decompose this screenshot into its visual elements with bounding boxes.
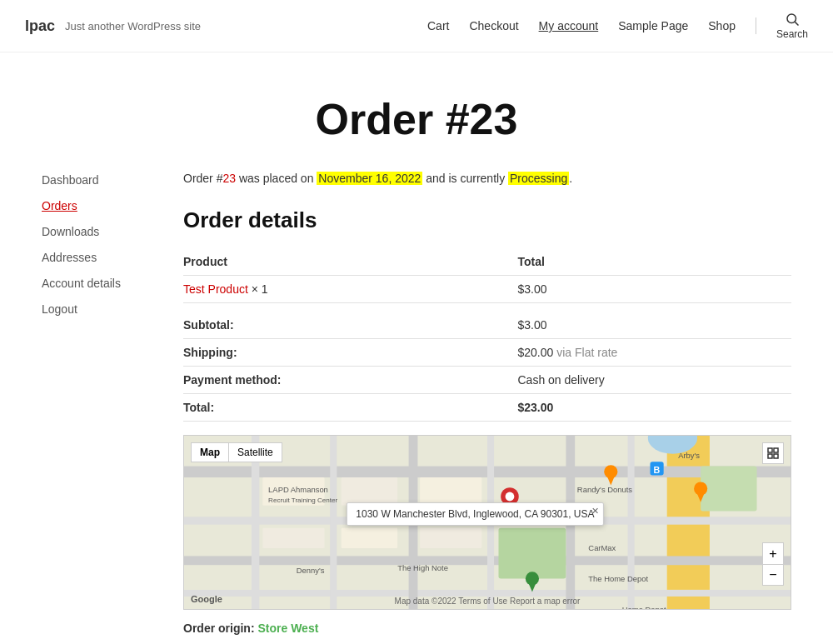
payment-value: Cash on delivery (518, 373, 792, 387)
order-origin-label: Order origin: (183, 622, 257, 635)
order-status-end: . (569, 172, 572, 185)
svg-text:CarMax: CarMax (588, 543, 616, 552)
total-label: Total: (183, 401, 518, 414)
map-container: LAPD Ahmanson Recruit Training Center Ra… (183, 435, 791, 610)
sidebar-item-logout[interactable]: Logout (42, 302, 150, 316)
search-label: Search (776, 28, 808, 40)
svg-rect-15 (498, 528, 566, 579)
nav-sample-page[interactable]: Sample Page (618, 19, 688, 32)
map-expand-button[interactable] (762, 442, 784, 464)
map-zoom-controls: + − (762, 542, 784, 586)
order-date: November 16, 2022 (317, 172, 422, 185)
content-area: Order #23 was placed on November 16, 202… (183, 169, 791, 635)
svg-text:Home Depot: Home Depot (622, 605, 666, 609)
nav-shop[interactable]: Shop (708, 19, 736, 32)
order-status-prefix: Order # (183, 172, 222, 185)
svg-rect-49 (768, 454, 772, 458)
sidebar-nav: Dashboard Orders Downloads Addresses Acc… (42, 172, 150, 316)
order-origin: Order origin: Store West (183, 622, 791, 635)
order-product-row: Test Product × 1 $3.00 (183, 276, 791, 303)
site-logo[interactable]: lpac (25, 17, 55, 35)
shipping-row: Shipping: $20.00 via Flat rate (183, 339, 791, 367)
nav-my-account[interactable]: My account (539, 19, 599, 32)
sidebar-item-orders[interactable]: Orders (42, 198, 150, 212)
col-product: Product (183, 248, 518, 276)
svg-point-26 (506, 492, 515, 502)
map-btn-satellite[interactable]: Satellite (228, 442, 282, 462)
shipping-value: $20.00 via Flat rate (518, 346, 792, 359)
svg-text:Denny's: Denny's (297, 566, 325, 575)
subtotal-label: Subtotal: (183, 318, 518, 332)
svg-text:The High Note: The High Note (397, 563, 448, 572)
total-row: Total: $23.00 (183, 394, 791, 422)
order-origin-store[interactable]: Store West (257, 622, 318, 635)
map-popup-close[interactable]: ✕ (591, 506, 599, 517)
sidebar-item-downloads[interactable]: Downloads (42, 224, 150, 238)
search-icon (785, 12, 800, 27)
map-address-text: 1030 W Manchester Blvd, Inglewood, CA 90… (356, 508, 594, 520)
google-logo: Google (191, 594, 222, 604)
total-value: $23.00 (518, 401, 792, 414)
page-title: Order #23 (17, 94, 816, 144)
svg-rect-48 (774, 448, 778, 452)
col-total: Total (518, 248, 792, 276)
nav-divider (756, 17, 756, 34)
svg-line-1 (795, 22, 798, 25)
map-attribution: Map data ©2022 Terms of Use Report a map… (395, 597, 581, 606)
main-nav: Cart Checkout My account Sample Page Sho… (427, 12, 808, 40)
sidebar-item-dashboard[interactable]: Dashboard (42, 172, 150, 187)
order-status-badge: Processing (508, 172, 569, 185)
order-status-suffix: and is currently (422, 172, 508, 185)
shipping-label: Shipping: (183, 346, 518, 359)
sidebar-item-account-details[interactable]: Account details (42, 276, 150, 290)
product-link[interactable]: Test Product (183, 282, 248, 296)
product-total: $3.00 (518, 276, 792, 303)
svg-rect-20 (420, 477, 481, 506)
map-btn-map[interactable]: Map (191, 442, 228, 462)
svg-text:B: B (654, 465, 661, 475)
map-address-popup: ✕ 1030 W Manchester Blvd, Inglewood, CA … (347, 502, 603, 526)
subtotal-row: Subtotal: $3.00 (183, 312, 791, 339)
zoom-in-button[interactable]: + (762, 542, 784, 564)
order-status-mid: was placed on (236, 172, 317, 185)
payment-label: Payment method: (183, 373, 518, 387)
svg-text:Arby's: Arby's (678, 452, 700, 461)
map-controls: Map Satellite (191, 442, 282, 462)
main-container: Dashboard Orders Downloads Addresses Acc… (17, 169, 816, 644)
zoom-out-button[interactable]: − (762, 564, 784, 586)
svg-rect-22 (342, 528, 397, 548)
svg-point-0 (787, 14, 796, 23)
product-cell: Test Product × 1 (183, 276, 518, 303)
svg-text:LAPD Ahmanson: LAPD Ahmanson (268, 485, 328, 494)
search-button[interactable]: Search (776, 12, 808, 40)
svg-rect-19 (342, 477, 397, 506)
order-status-text: Order #23 was placed on November 16, 202… (183, 169, 791, 187)
svg-text:Recruit Training Center: Recruit Training Center (268, 497, 337, 504)
site-header: lpac Just another WordPress site Cart Ch… (0, 0, 833, 52)
svg-text:Randy's Donuts: Randy's Donuts (577, 485, 633, 494)
svg-text:The Home Depot: The Home Depot (588, 575, 648, 584)
page-title-section: Order #23 (0, 52, 833, 169)
svg-rect-16 (701, 467, 756, 512)
svg-rect-10 (330, 436, 337, 609)
svg-rect-21 (262, 528, 324, 548)
svg-rect-50 (774, 454, 778, 458)
payment-row: Payment method: Cash on delivery (183, 367, 791, 394)
svg-rect-47 (768, 448, 772, 452)
sidebar: Dashboard Orders Downloads Addresses Acc… (42, 169, 150, 635)
product-qty: × 1 (248, 282, 268, 296)
site-tagline: Just another WordPress site (65, 20, 201, 32)
svg-rect-23 (420, 528, 481, 548)
order-table: Product Total Test Product × 1 $3.00 (183, 248, 791, 303)
nav-cart[interactable]: Cart (427, 19, 449, 32)
nav-checkout[interactable]: Checkout (469, 19, 518, 32)
subtotal-value: $3.00 (518, 318, 792, 332)
order-number: 23 (222, 172, 236, 185)
order-details-title: Order details (183, 207, 791, 233)
expand-icon (767, 447, 779, 459)
sidebar-item-addresses[interactable]: Addresses (42, 250, 150, 264)
